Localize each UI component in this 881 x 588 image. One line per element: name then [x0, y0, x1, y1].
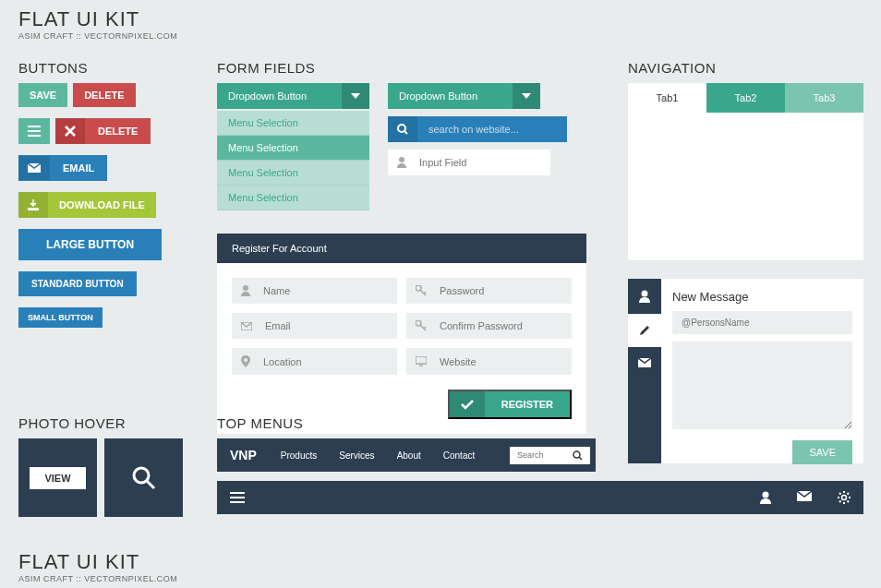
message-sidebar: [628, 279, 661, 463]
menu-bar-2: [217, 481, 863, 514]
key-icon: [416, 320, 427, 331]
nav-heading: NAVIGATION: [628, 60, 863, 76]
text-input[interactable]: [416, 150, 550, 175]
large-button[interactable]: LARGE BUTTON: [18, 229, 162, 260]
password-input[interactable]: [436, 278, 572, 304]
save-button[interactable]: SAVE: [18, 83, 67, 107]
confirm-field[interactable]: [406, 313, 572, 339]
tab-1[interactable]: Tab1: [628, 83, 706, 113]
mail-icon: [638, 358, 651, 367]
svg-point-13: [763, 492, 769, 498]
svg-point-11: [134, 468, 149, 483]
name-input[interactable]: [259, 278, 397, 304]
dropdown-item[interactable]: Menu Selection: [217, 186, 369, 210]
search-icon: [397, 124, 408, 135]
menu-contact[interactable]: Contact: [432, 441, 486, 470]
mail-icon: [797, 491, 812, 501]
delete-button[interactable]: DELETE: [73, 83, 135, 107]
menu-products[interactable]: Products: [270, 441, 328, 470]
email-field[interactable]: [232, 313, 397, 339]
footer-subtitle: ASIM CRAFT :: VECTORNPIXEL.COM: [18, 574, 177, 583]
mail-icon: [28, 163, 41, 173]
footer-title: FLAT UI KIT: [18, 550, 177, 574]
person-icon: [760, 491, 771, 504]
photo-tile-search[interactable]: [104, 438, 183, 517]
search-input[interactable]: [417, 116, 567, 142]
confirm-input[interactable]: [436, 313, 572, 339]
photo-tile-view[interactable]: VIEW: [18, 438, 97, 517]
message-title: New Message: [672, 290, 852, 304]
dropdown-item[interactable]: Menu Selection: [217, 111, 369, 136]
person-icon: [241, 285, 250, 296]
name-field[interactable]: [232, 278, 397, 304]
register-label: REGISTER: [485, 391, 570, 417]
message-textarea[interactable]: [672, 342, 852, 429]
dropdown-1[interactable]: Dropdown Button: [217, 83, 369, 109]
website-field[interactable]: [406, 348, 572, 375]
email-input[interactable]: [261, 313, 397, 339]
menu-about[interactable]: About: [386, 441, 432, 470]
dropdown-item[interactable]: Menu Selection: [217, 161, 369, 186]
tab-2[interactable]: Tab2: [706, 83, 785, 113]
close-icon: [65, 126, 76, 137]
download-button[interactable]: DOWNLOAD FILE: [18, 192, 156, 218]
sidebar-user[interactable]: [628, 279, 661, 314]
user-button[interactable]: [747, 482, 784, 513]
sidebar-mail[interactable]: [628, 347, 661, 378]
svg-point-9: [642, 291, 648, 297]
message-save-button[interactable]: SAVE: [792, 440, 852, 464]
location-field[interactable]: [232, 348, 397, 375]
password-field[interactable]: [406, 278, 572, 304]
small-button[interactable]: SMALL BUTTON: [18, 307, 103, 328]
email-button[interactable]: EMAIL: [18, 155, 107, 181]
hamburger-button[interactable]: [217, 483, 258, 512]
text-field[interactable]: [388, 150, 540, 175]
page-header: FLAT UI KIT ASIM CRAFT :: VECTORNPIXEL.C…: [0, 0, 881, 48]
menu-search-input[interactable]: [517, 450, 573, 460]
svg-point-15: [842, 496, 847, 500]
dropdown-2[interactable]: Dropdown Button: [388, 83, 540, 109]
dropdown-item[interactable]: Menu Selection: [217, 136, 369, 161]
svg-rect-8: [416, 356, 427, 364]
svg-point-7: [244, 358, 247, 362]
page-title: FLAT UI KIT: [18, 7, 863, 31]
brand-logo[interactable]: VNP: [217, 438, 270, 472]
settings-button[interactable]: [825, 482, 863, 513]
delete-icon-button[interactable]: DELETE: [55, 118, 151, 144]
key-icon: [416, 285, 427, 296]
photo-heading: PHOTO HOVER: [18, 415, 183, 431]
search-icon: [573, 450, 583, 461]
dropdown-label: Dropdown Button: [388, 83, 513, 109]
person-icon: [397, 157, 406, 168]
location-input[interactable]: [259, 348, 397, 375]
dropdown-label: Dropdown Button: [217, 83, 342, 109]
svg-point-3: [243, 285, 248, 291]
message-recipient-input[interactable]: [672, 311, 852, 334]
menu-services[interactable]: Services: [328, 441, 385, 470]
sidebar-edit[interactable]: [628, 314, 661, 347]
search-field[interactable]: [388, 116, 540, 142]
form-title: Register For Account: [217, 234, 586, 263]
tab-3[interactable]: Tab3: [785, 83, 863, 113]
menu-bar-1: VNP Products Services About Contact: [217, 438, 596, 472]
svg-point-2: [399, 157, 404, 162]
mail-icon: [241, 322, 252, 330]
tab-bar: Tab1 Tab2 Tab3: [628, 83, 863, 113]
chevron-down-icon: [522, 93, 531, 99]
standard-button[interactable]: STANDARD BUTTON: [18, 271, 137, 296]
hamburger-icon: [28, 126, 41, 137]
buttons-heading: BUTTONS: [18, 60, 185, 76]
hamburger-icon: [230, 492, 245, 503]
page-subtitle: ASIM CRAFT :: VECTORNPIXEL.COM: [18, 31, 863, 41]
website-input[interactable]: [436, 348, 572, 375]
page-footer: FLAT UI KIT ASIM CRAFT :: VECTORNPIXEL.C…: [0, 550, 196, 583]
view-button[interactable]: VIEW: [30, 467, 85, 489]
gear-icon: [838, 491, 851, 504]
menu-search[interactable]: [510, 447, 590, 464]
topmenus-heading: TOP MENUS: [217, 415, 596, 431]
hamburger-button[interactable]: [18, 118, 50, 144]
mail-button[interactable]: [784, 482, 825, 513]
search-icon: [131, 465, 157, 491]
email-label: EMAIL: [50, 155, 107, 181]
pencil-icon: [639, 325, 650, 336]
